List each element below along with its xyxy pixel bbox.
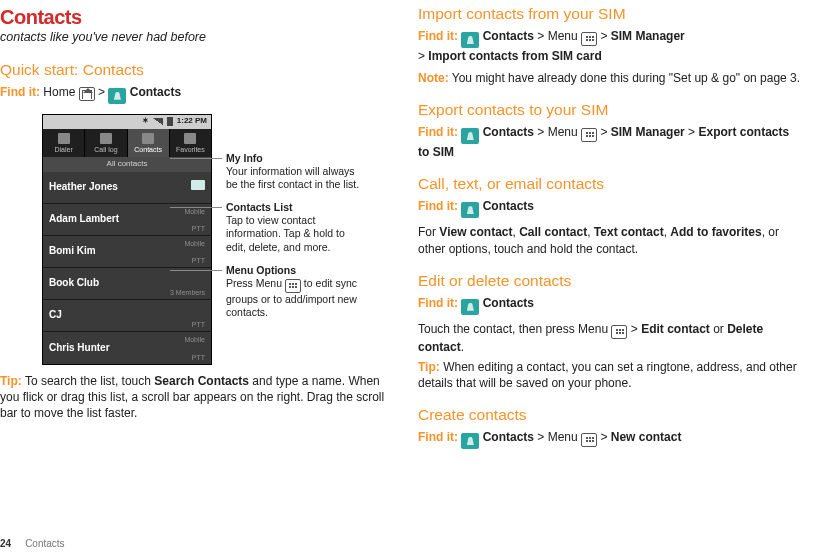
contacts-app-icon [461,128,479,144]
status-bar: ✶ 1:22 PM [43,115,211,129]
page-footer: 24Contacts [0,537,65,551]
findit-quickstart: Find it: Home > Contacts [0,84,390,104]
signal-icon [153,118,163,125]
menu-icon [581,32,597,46]
list-item[interactable]: Chris Hunter Mobile PTT [43,332,211,364]
tab-call-log[interactable]: Call log [85,129,127,157]
page-title: Contacts [0,4,390,31]
phone-screenshot: ✶ 1:22 PM Dialer Call log Contacts Favor… [42,114,212,365]
tab-dialer[interactable]: Dialer [43,129,85,157]
list-item[interactable]: Heather Jones [43,172,211,204]
findit-cte: Find it: Contacts [418,198,801,218]
list-item[interactable]: Adam Lambert Mobile PTT [43,204,211,236]
contacts-app-icon [461,299,479,315]
annotation-title: Contacts List [226,201,361,214]
annotation-title: Menu Options [226,264,361,277]
annotation-body: Your information will always be the firs… [226,165,361,191]
all-contacts-header: All contacts [43,157,211,172]
heading-import: Import contacts from your SIM [418,4,801,25]
findit-import: Find it: Contacts > Menu > SIM Manager> … [418,28,801,64]
annotations: My Info Your information will always be … [226,114,361,365]
tab-contacts[interactable]: Contacts [128,129,170,157]
list-item[interactable]: Book Club 3 Members [43,268,211,300]
tab-bar: Dialer Call log Contacts Favorites [43,129,211,157]
menu-icon [581,128,597,142]
status-time: 1:22 PM [177,116,207,127]
contact-card-icon [191,180,205,190]
findit-export: Find it: Contacts > Menu > SIM Manager >… [418,124,801,160]
contacts-app-icon [461,202,479,218]
heading-edit-delete: Edit or delete contacts [418,271,801,292]
tip-search: Tip: To search the list, touch Search Co… [0,373,390,422]
heading-call-text-email: Call, text, or email contacts [418,174,801,195]
findit-create: Find it: Contacts > Menu > New contact [418,429,801,449]
menu-icon [285,279,301,293]
body-edit: Touch the contact, then press Menu > Edi… [418,321,801,355]
home-icon [79,87,95,101]
menu-icon [611,325,627,339]
heading-export: Export contacts to your SIM [418,100,801,121]
menu-icon [581,433,597,447]
list-item[interactable]: CJ PTT [43,300,211,332]
findit-edit: Find it: Contacts [418,295,801,315]
annotation-body: Tap to view contact information. Tap & h… [226,214,361,253]
contacts-app-icon [461,32,479,48]
annotation-body: Press Menu to edit sync groups or to add… [226,277,361,319]
body-cte: For View contact, Call contact, Text con… [418,224,801,256]
note-import: Note: You might have already done this d… [418,70,801,86]
list-item[interactable]: Bomi Kim Mobile PTT [43,236,211,268]
tab-favorites[interactable]: Favorites [170,129,211,157]
annotation-title: My Info [226,152,361,165]
battery-icon [167,117,173,126]
heading-quickstart: Quick start: Contacts [0,60,390,81]
tagline: contacts like you've never had before [0,29,390,46]
contacts-app-icon [461,433,479,449]
heading-create: Create contacts [418,405,801,426]
contacts-app-icon [108,88,126,104]
tip-edit: Tip: When editing a contact, you can set… [418,359,801,391]
